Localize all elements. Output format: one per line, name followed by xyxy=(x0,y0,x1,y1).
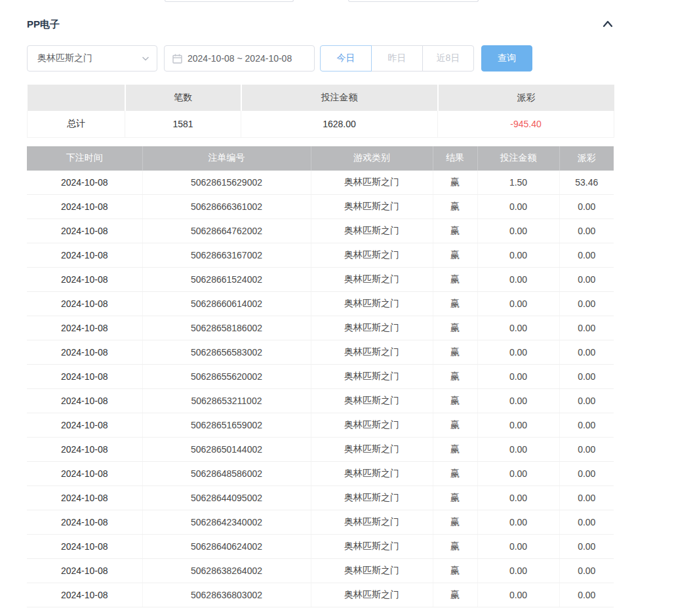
bet-amount-cell: 0.00 xyxy=(477,583,559,607)
game-type-cell: 奥林匹斯之门 xyxy=(311,510,433,535)
bets-header-cell: 游戏类别 xyxy=(311,146,433,171)
game-type-cell: 奥林匹斯之门 xyxy=(311,365,433,389)
game-type-cell: 奥林匹斯之门 xyxy=(311,340,433,365)
summary-header-cell: 派彩 xyxy=(438,85,614,111)
result-cell: 赢 xyxy=(433,535,477,559)
bet-id-cell: 50628644095002 xyxy=(142,486,311,510)
bet-id-cell: 50628651659002 xyxy=(142,413,311,438)
result-cell: 赢 xyxy=(433,559,477,583)
table-row: 2024-10-0850628663167002奥林匹斯之门赢0.000.00 xyxy=(27,243,614,268)
game-type-cell: 奥林匹斯之门 xyxy=(311,292,433,316)
bets-table: 下注时间注单编号游戏类别结果投注金额派彩 2024-10-08506286156… xyxy=(27,146,614,608)
bet-id-cell: 50628655620002 xyxy=(142,365,311,389)
bet-id-cell: 50628664762002 xyxy=(142,219,311,243)
result-cell: 赢 xyxy=(433,389,477,413)
table-row: 2024-10-0850628640624002奥林匹斯之门赢0.000.00 xyxy=(27,535,614,559)
game-type-cell: 奥林匹斯之门 xyxy=(311,268,433,292)
result-cell: 赢 xyxy=(433,195,477,219)
section-title: PP电子 xyxy=(27,18,60,31)
bet-id-cell: 50628663167002 xyxy=(142,243,311,268)
bet-time-cell: 2024-10-08 xyxy=(27,243,142,268)
bet-id-cell: 50628636803002 xyxy=(142,583,311,607)
calendar-icon xyxy=(172,54,182,64)
result-cell: 赢 xyxy=(433,219,477,243)
bet-amount-cell: 0.00 xyxy=(477,195,559,219)
bet-time-cell: 2024-10-08 xyxy=(27,462,142,486)
result-cell: 赢 xyxy=(433,340,477,365)
payout-cell: 0.00 xyxy=(559,195,614,219)
bets-header-cell: 投注金额 xyxy=(477,146,559,171)
summary-total-label: 总计 xyxy=(28,111,125,137)
game-type-cell: 奥林匹斯之门 xyxy=(311,535,433,559)
result-cell: 赢 xyxy=(433,583,477,607)
summary-total-bet-amount: 1628.00 xyxy=(241,111,438,137)
bet-amount-cell: 0.00 xyxy=(477,486,559,510)
table-row: 2024-10-0850628648586002奥林匹斯之门赢0.000.00 xyxy=(27,462,614,486)
bet-time-cell: 2024-10-08 xyxy=(27,389,142,413)
result-cell: 赢 xyxy=(433,413,477,438)
bet-time-cell: 2024-10-08 xyxy=(27,268,142,292)
quick-range-button[interactable]: 昨日 xyxy=(371,45,423,72)
bet-amount-cell: 0.00 xyxy=(477,438,559,462)
table-row: 2024-10-0850628644095002奥林匹斯之门赢0.000.00 xyxy=(27,486,614,510)
game-type-cell: 奥林匹斯之门 xyxy=(311,438,433,462)
table-row: 2024-10-0850628658186002奥林匹斯之门赢0.000.00 xyxy=(27,316,614,340)
payout-cell: 0.00 xyxy=(559,559,614,583)
bets-header-row: 下注时间注单编号游戏类别结果投注金额派彩 xyxy=(27,146,614,171)
bet-time-cell: 2024-10-08 xyxy=(27,219,142,243)
game-type-cell: 奥林匹斯之门 xyxy=(311,413,433,438)
bet-amount-cell: 1.50 xyxy=(477,171,559,195)
bet-id-cell: 50628615629002 xyxy=(142,171,311,195)
result-cell: 赢 xyxy=(433,486,477,510)
section-header: PP电子 xyxy=(27,17,614,31)
table-row: 2024-10-0850628650144002奥林匹斯之门赢0.000.00 xyxy=(27,438,614,462)
result-cell: 赢 xyxy=(433,462,477,486)
result-cell: 赢 xyxy=(433,365,477,389)
payout-cell: 0.00 xyxy=(559,365,614,389)
bet-amount-cell: 0.00 xyxy=(477,510,559,535)
bet-amount-cell: 0.00 xyxy=(477,365,559,389)
summary-total-count: 1581 xyxy=(125,111,241,137)
date-range-picker[interactable]: 2024-10-08 ~ 2024-10-08 xyxy=(164,45,315,72)
search-button[interactable]: 查询 xyxy=(481,45,532,72)
table-row: 2024-10-0850628615629002奥林匹斯之门赢1.5053.46 xyxy=(27,171,614,195)
bet-time-cell: 2024-10-08 xyxy=(27,340,142,365)
game-type-cell: 奥林匹斯之门 xyxy=(311,195,433,219)
table-row: 2024-10-0850628638264002奥林匹斯之门赢0.000.00 xyxy=(27,559,614,583)
payout-cell: 0.00 xyxy=(559,535,614,559)
result-cell: 赢 xyxy=(433,510,477,535)
bet-id-cell: 50628640624002 xyxy=(142,535,311,559)
summary-header-cell xyxy=(28,85,125,111)
payout-cell: 0.00 xyxy=(559,510,614,535)
game-type-cell: 奥林匹斯之门 xyxy=(311,583,433,607)
game-select[interactable]: 奥林匹斯之门 xyxy=(27,45,157,72)
bet-id-cell: 50628656583002 xyxy=(142,340,311,365)
bet-id-cell: 50628661524002 xyxy=(142,268,311,292)
bet-id-cell: 50628648586002 xyxy=(142,462,311,486)
table-row: 2024-10-0850628653211002奥林匹斯之门赢0.000.00 xyxy=(27,389,614,413)
bets-header-cell: 下注时间 xyxy=(27,146,142,171)
bet-time-cell: 2024-10-08 xyxy=(27,535,142,559)
bet-time-cell: 2024-10-08 xyxy=(27,559,142,583)
payout-cell: 0.00 xyxy=(559,438,614,462)
table-row: 2024-10-0850628636803002奥林匹斯之门赢0.000.00 xyxy=(27,583,614,607)
payout-cell: 0.00 xyxy=(559,243,614,268)
game-type-cell: 奥林匹斯之门 xyxy=(311,243,433,268)
result-cell: 赢 xyxy=(433,171,477,195)
bets-header-cell: 注单编号 xyxy=(142,146,311,171)
collapse-button[interactable] xyxy=(602,20,614,29)
bets-table-body: 2024-10-0850628615629002奥林匹斯之门赢1.5053.46… xyxy=(27,171,614,607)
bets-header-cell: 结果 xyxy=(433,146,477,171)
bet-time-cell: 2024-10-08 xyxy=(27,292,142,316)
summary-header-row: 笔数投注金额派彩 xyxy=(28,85,614,111)
bet-id-cell: 50628650144002 xyxy=(142,438,311,462)
bet-time-cell: 2024-10-08 xyxy=(27,316,142,340)
payout-cell: 0.00 xyxy=(559,292,614,316)
bet-id-cell: 50628658186002 xyxy=(142,316,311,340)
bet-amount-cell: 0.00 xyxy=(477,340,559,365)
quick-range-button[interactable]: 今日 xyxy=(320,45,372,72)
payout-cell: 0.00 xyxy=(559,268,614,292)
quick-range-button[interactable]: 近8日 xyxy=(422,45,474,72)
payout-cell: 0.00 xyxy=(559,462,614,486)
table-row: 2024-10-0850628655620002奥林匹斯之门赢0.000.00 xyxy=(27,365,614,389)
